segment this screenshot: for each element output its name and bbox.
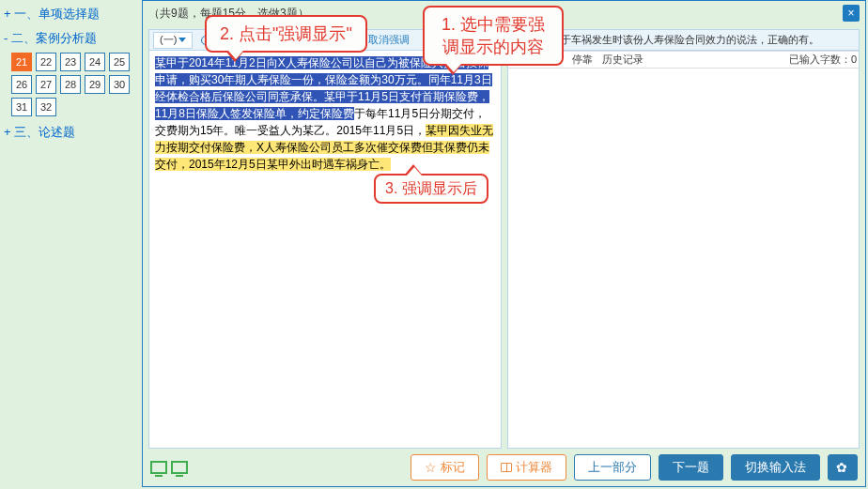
collapse-icon: - [4, 31, 8, 45]
question-button-32[interactable]: 32 [36, 98, 56, 116]
question-button-24[interactable]: 24 [85, 53, 105, 71]
callout-2: 2. 点击"强调显示" [205, 15, 367, 53]
question-button-22[interactable]: 22 [36, 53, 56, 71]
question-button-23[interactable]: 23 [60, 53, 81, 71]
gear-icon: ✿ [836, 461, 849, 474]
prev-section-button[interactable]: 上一部分 [574, 454, 651, 481]
question-text: 关于车祸发生时该份人寿保险合同效力的说法，正确的有。 [550, 33, 819, 47]
answer-pane: (1) 关于车祸发生时该份人寿保险合同效力的说法，正确的有。 B I 划行 停靠… [507, 29, 860, 449]
expand-icon: + [4, 7, 11, 21]
history-button[interactable]: 历史记录 [602, 53, 643, 67]
footer-bar: ☆ 标记 计算器 上一部分 下一题 切换输入法 ✿ [148, 452, 860, 482]
main-panel: （共9题，每题15分，选做3题） × (一) 放大 缩小 [142, 0, 866, 487]
question-button-29[interactable]: 29 [85, 75, 105, 94]
sidebar: + 一、单项选择题 - 二、案例分析题 21 22 23 24 25 26 27… [0, 0, 141, 489]
settings-button[interactable]: ✿ [828, 454, 858, 481]
switch-ime-button[interactable]: 切换输入法 [731, 454, 820, 481]
chevron-down-icon [178, 38, 186, 42]
question-button-30[interactable]: 30 [109, 75, 130, 94]
calculator-icon [501, 463, 512, 472]
callout-3: 3. 强调显示后 [374, 174, 488, 204]
question-grid: 21 22 23 24 25 26 27 28 29 30 31 32 [11, 53, 135, 116]
expand-icon: + [4, 125, 11, 139]
close-button[interactable]: × [843, 5, 860, 22]
star-icon: ☆ [425, 460, 437, 475]
question-button-28[interactable]: 28 [60, 75, 81, 94]
question-button-25[interactable]: 25 [109, 53, 130, 71]
question-button-26[interactable]: 26 [11, 75, 32, 94]
question-button-27[interactable]: 27 [36, 75, 56, 94]
passage-body[interactable]: 某甲于2014年11月2日向X人寿保险公司以自己为被保险人提出投保申请，购买30… [149, 51, 501, 448]
single-screen-icon[interactable] [150, 461, 167, 474]
dock-button[interactable]: 停靠 [572, 53, 593, 67]
nav-section-2[interactable]: - 二、案例分析题 [4, 28, 137, 49]
answer-textarea[interactable] [508, 68, 860, 420]
char-count: 已输入字数：0 [789, 53, 857, 67]
next-question-button[interactable]: 下一题 [659, 454, 723, 481]
nav-section-3[interactable]: + 三、论述题 [4, 122, 137, 143]
callout-1: 1. 选中需要强 调显示的内容 [423, 6, 564, 66]
nav-section-1[interactable]: + 一、单项选择题 [4, 4, 137, 24]
mark-button[interactable]: ☆ 标记 [411, 454, 479, 481]
question-button-31[interactable]: 31 [11, 98, 32, 116]
dual-screen-icon[interactable] [171, 461, 188, 474]
calculator-button[interactable]: 计算器 [487, 454, 566, 481]
section-label: (一) [153, 32, 193, 49]
layout-icons [148, 461, 188, 474]
question-button-21[interactable]: 21 [11, 53, 32, 71]
passage-pane: (一) 放大 缩小 强调显示 取消强调 [148, 29, 502, 449]
